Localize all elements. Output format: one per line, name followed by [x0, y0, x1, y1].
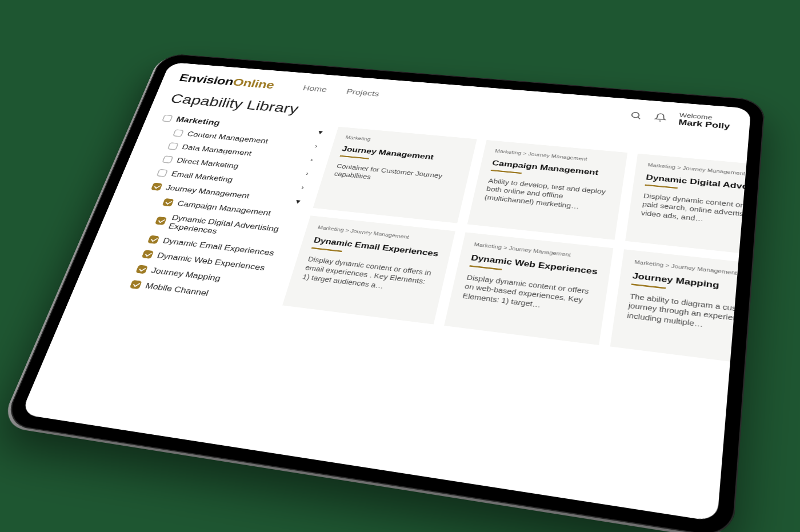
user-block[interactable]: Welcome Mark Polly — [678, 111, 730, 131]
capability-card[interactable]: Marketing > Journey Management Dynamic D… — [625, 153, 746, 259]
title-underline — [491, 170, 522, 174]
title-underline — [340, 155, 369, 159]
card-description: Display dynamic content or offers in ema… — [301, 255, 435, 297]
checkbox-icon[interactable] — [155, 217, 167, 225]
card-description: Ability to develop, test and deploy both… — [484, 177, 611, 214]
svg-line-1 — [638, 117, 640, 119]
card-description: The ability to diagram a customer's jour… — [626, 291, 746, 339]
logo-part2: Online — [231, 77, 276, 91]
logo: EnvisionOnline — [177, 72, 276, 91]
card-description: Container for Customer Journey capabilit… — [333, 162, 458, 190]
search-icon[interactable] — [629, 111, 643, 121]
chevron-right-icon[interactable]: › — [306, 156, 318, 163]
svg-point-0 — [631, 112, 639, 118]
capability-tree: Marketing ▼ Content Management › Data Ma… — [46, 111, 327, 427]
logo-part1: Envision — [178, 72, 235, 87]
capability-card[interactable]: Marketing > Journey Management Dynamic W… — [444, 232, 613, 345]
card-title: Dynamic Digital Advertising… — [645, 173, 746, 195]
card-description: Display dynamic content or offers on web… — [462, 273, 595, 316]
caret-down-icon[interactable]: ▼ — [293, 198, 304, 206]
title-underline — [631, 283, 666, 289]
bell-icon[interactable] — [654, 113, 667, 122]
checkbox-icon[interactable] — [135, 265, 148, 274]
checkbox-icon[interactable] — [151, 182, 163, 190]
capability-card[interactable]: Marketing Journey Management Container f… — [313, 126, 477, 223]
checkbox-icon[interactable] — [142, 250, 154, 259]
nav-home[interactable]: Home — [302, 84, 328, 94]
checkbox-icon[interactable] — [147, 235, 159, 243]
caret-down-icon[interactable]: ▼ — [315, 129, 326, 135]
chevron-right-icon[interactable]: › — [310, 142, 322, 150]
capability-card[interactable]: Marketing > Journey Management Dynamic E… — [282, 215, 455, 324]
card-title: Journey Mapping — [632, 271, 747, 298]
checkbox-icon[interactable] — [167, 142, 179, 150]
title-underline — [469, 265, 502, 270]
card-breadcrumb: Marketing > Journey Management — [474, 241, 600, 261]
checkbox-icon[interactable] — [162, 114, 173, 122]
card-title: Dynamic Web Experiences — [470, 253, 598, 277]
checkbox-icon[interactable] — [130, 280, 142, 289]
nav-projects[interactable]: Projects — [345, 87, 380, 98]
top-nav: Home Projects — [302, 84, 380, 98]
capability-grid: Marketing Journey Management Container f… — [243, 126, 747, 511]
title-underline — [311, 247, 342, 252]
title-underline — [645, 185, 677, 189]
capability-card[interactable]: Marketing > Journey Management Journey M… — [610, 249, 747, 369]
checkbox-icon[interactable] — [162, 155, 173, 163]
chevron-right-icon[interactable]: › — [302, 170, 313, 177]
checkbox-icon[interactable] — [162, 198, 174, 207]
chevron-right-icon[interactable]: › — [297, 183, 309, 191]
capability-card[interactable]: Marketing > Journey Management Campaign … — [467, 140, 627, 240]
card-breadcrumb: Marketing > Journey Management — [634, 259, 747, 281]
checkbox-icon[interactable] — [157, 169, 169, 177]
checkbox-icon[interactable] — [173, 129, 184, 137]
card-description: Display dynamic content or offers on pai… — [641, 191, 747, 232]
